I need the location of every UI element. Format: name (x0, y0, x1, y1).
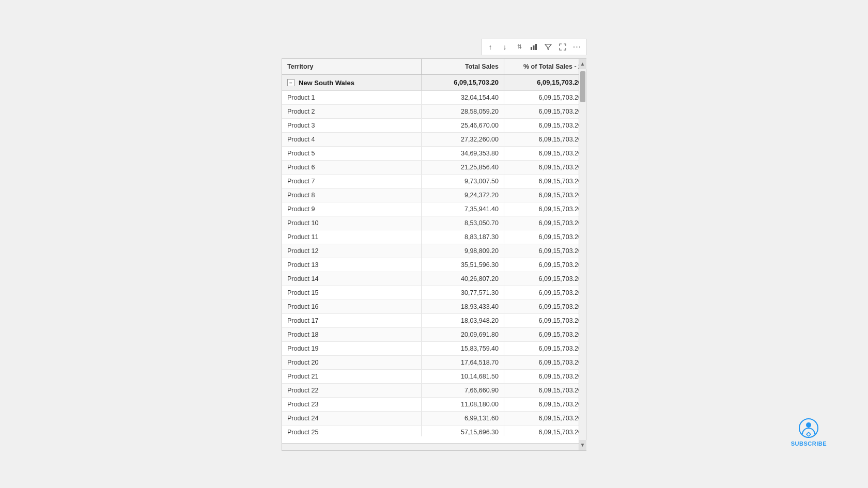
svg-rect-2 (535, 44, 537, 50)
product-name-cell: Product 25 (282, 426, 422, 436)
product-sales-cell: 7,35,941.40 (422, 202, 504, 216)
product-name-cell: Product 11 (282, 230, 422, 244)
product-sales-cell: 18,03,948.20 (422, 314, 504, 327)
product-sales-cell: 7,66,660.90 (422, 384, 504, 397)
product-pct-cell: 6,09,15,703.20 (504, 161, 586, 174)
table-row[interactable]: Product 14 40,26,807.20 6,09,15,703.20 (282, 272, 586, 286)
table-row[interactable]: Product 25 57,15,696.30 6,09,15,703.20 (282, 426, 586, 436)
product-pct-cell: 6,09,15,703.20 (504, 398, 586, 411)
table-row[interactable]: Product 18 20,09,691.80 6,09,15,703.20 (282, 328, 586, 342)
expand-icon[interactable] (557, 41, 568, 53)
scroll-up-button[interactable]: ▲ (579, 59, 586, 69)
product-pct-cell: 6,09,15,703.20 (504, 314, 586, 327)
product-name-cell: Product 19 (282, 342, 422, 355)
table-body[interactable]: − New South Wales 6,09,15,703.20 6,09,15… (282, 75, 586, 436)
table-row[interactable]: Product 13 35,51,596.30 6,09,15,703.20 (282, 258, 586, 272)
product-pct-cell: 6,09,15,703.20 (504, 91, 586, 104)
product-sales-cell: 28,58,059.20 (422, 105, 504, 118)
sort-asc-icon[interactable]: ↑ (485, 41, 496, 53)
product-name-cell: Product 18 (282, 328, 422, 341)
scroll-down-button[interactable]: ▼ (579, 440, 586, 450)
product-sales-cell: 17,64,518.70 (422, 356, 504, 369)
table-row[interactable]: Product 16 18,93,433.40 6,09,15,703.20 (282, 300, 586, 314)
product-pct-cell: 6,09,15,703.20 (504, 202, 586, 216)
data-table-widget: Territory Total Sales % of Total Sales -… (282, 58, 586, 451)
table-row[interactable]: Product 10 8,53,050.70 6,09,15,703.20 (282, 216, 586, 230)
table-row[interactable]: Product 24 6,99,131.60 6,09,15,703.20 (282, 412, 586, 426)
product-name-cell: Product 17 (282, 314, 422, 327)
table-row[interactable]: Product 6 21,25,856.40 6,09,15,703.20 (282, 161, 586, 175)
svg-point-4 (806, 422, 811, 428)
table-header: Territory Total Sales % of Total Sales -… (282, 59, 586, 75)
product-name-cell: Product 22 (282, 384, 422, 397)
product-sales-cell: 21,25,856.40 (422, 161, 504, 174)
product-pct-cell: 6,09,15,703.20 (504, 119, 586, 132)
product-sales-cell: 9,24,372.20 (422, 188, 504, 202)
table-row[interactable]: Product 15 30,77,571.30 6,09,15,703.20 (282, 286, 586, 300)
group-name-label: New South Wales (299, 79, 354, 87)
table-row[interactable]: Product 21 10,14,681.50 6,09,15,703.20 (282, 370, 586, 384)
svg-rect-1 (533, 45, 535, 50)
product-pct-cell: 6,09,15,703.20 (504, 133, 586, 146)
filter-icon[interactable] (542, 41, 554, 53)
product-name-cell: Product 15 (282, 286, 422, 300)
product-pct-cell: 6,09,15,703.20 (504, 300, 586, 313)
group-row-nsw[interactable]: − New South Wales 6,09,15,703.20 6,09,15… (282, 75, 586, 91)
table-row[interactable]: Product 12 9,98,809.20 6,09,15,703.20 (282, 244, 586, 258)
subscribe-label[interactable]: SUBSCRIBE (791, 440, 827, 447)
table-row[interactable]: Product 2 28,58,059.20 6,09,15,703.20 (282, 105, 586, 119)
product-sales-cell: 18,93,433.40 (422, 300, 504, 313)
product-name-cell: Product 4 (282, 133, 422, 146)
table-row[interactable]: Product 4 27,32,260.00 6,09,15,703.20 (282, 133, 586, 147)
scrollbar-vertical[interactable]: ▲ ▼ (579, 59, 586, 450)
product-pct-cell: 6,09,15,703.20 (504, 147, 586, 160)
table-row[interactable]: Product 20 17,64,518.70 6,09,15,703.20 (282, 356, 586, 370)
product-name-cell: Product 2 (282, 105, 422, 118)
table-row[interactable]: Product 17 18,03,948.20 6,09,15,703.20 (282, 314, 586, 328)
scrollbar-horizontal[interactable] (282, 443, 579, 450)
product-name-cell: Product 9 (282, 202, 422, 216)
more-icon[interactable]: ··· (571, 41, 583, 53)
svg-rect-0 (531, 47, 532, 50)
product-sales-cell: 32,04,154.40 (422, 91, 504, 104)
scroll-thumb[interactable] (580, 71, 585, 102)
product-name-cell: Product 24 (282, 412, 422, 425)
product-pct-cell: 6,09,15,703.20 (504, 188, 586, 202)
sort-desc-icon[interactable]: ↓ (499, 41, 510, 53)
subscribe-badge[interactable]: SUBSCRIBE (791, 418, 827, 447)
table-row[interactable]: Product 3 25,46,670.00 6,09,15,703.20 (282, 119, 586, 133)
table-row[interactable]: Product 23 11,08,180.00 6,09,15,703.20 (282, 398, 586, 412)
group-name-cell: − New South Wales (282, 75, 422, 90)
product-pct-cell: 6,09,15,703.20 (504, 384, 586, 397)
product-name-cell: Product 16 (282, 300, 422, 313)
product-sales-cell: 27,32,260.00 (422, 133, 504, 146)
product-sales-cell: 15,83,759.40 (422, 342, 504, 355)
product-pct-cell: 6,09,15,703.20 (504, 342, 586, 355)
product-name-cell: Product 7 (282, 175, 422, 188)
table-row[interactable]: Product 11 8,83,187.30 6,09,15,703.20 (282, 230, 586, 244)
subscribe-icon (798, 418, 819, 438)
table-row[interactable]: Product 19 15,83,759.40 6,09,15,703.20 (282, 342, 586, 356)
table-row[interactable]: Product 22 7,66,660.90 6,09,15,703.20 (282, 384, 586, 398)
chart-icon[interactable] (528, 41, 539, 53)
toolbar: ↑ ↓ ⇅ ··· (481, 39, 586, 55)
table-row[interactable]: Product 9 7,35,941.40 6,09,15,703.20 (282, 202, 586, 216)
product-sales-cell: 57,15,696.30 (422, 426, 504, 436)
product-sales-cell: 25,46,670.00 (422, 119, 504, 132)
col-header-territory: Territory (282, 59, 422, 74)
table-row[interactable]: Product 5 34,69,353.80 6,09,15,703.20 (282, 147, 586, 161)
group-pct-cell: 6,09,15,703.20 (504, 75, 586, 90)
expand-button[interactable]: − (287, 79, 295, 86)
sort-icon[interactable]: ⇅ (514, 41, 525, 53)
col-header-total-sales: Total Sales (422, 59, 504, 74)
product-sales-cell: 11,08,180.00 (422, 398, 504, 411)
product-name-cell: Product 5 (282, 147, 422, 160)
table-row[interactable]: Product 1 32,04,154.40 6,09,15,703.20 (282, 91, 586, 105)
product-pct-cell: 6,09,15,703.20 (504, 244, 586, 258)
table-row[interactable]: Product 8 9,24,372.20 6,09,15,703.20 (282, 188, 586, 202)
product-sales-cell: 9,98,809.20 (422, 244, 504, 258)
product-name-cell: Product 6 (282, 161, 422, 174)
resize-handle-left[interactable] (280, 59, 284, 450)
table-row[interactable]: Product 7 9,73,007.50 6,09,15,703.20 (282, 175, 586, 188)
product-name-cell: Product 13 (282, 258, 422, 272)
